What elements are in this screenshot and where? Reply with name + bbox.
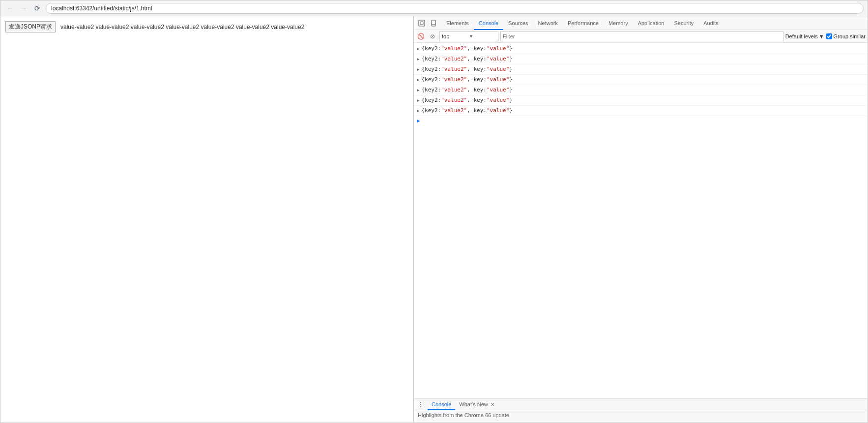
console-log-entry[interactable]: ▶ {key2: "value2" , key: "value" } [414,95,868,106]
default-levels-arrow: ▼ [819,33,824,39]
console-log-entry[interactable]: ▶ {key2: "value2" , key: "value" } [414,64,868,75]
tab-network[interactable]: Network [533,16,563,30]
console-log-entry[interactable]: ▶ {key2: "value2" , key: "value" } [414,54,868,64]
expand-arrow[interactable]: ▶ [417,86,419,94]
main-area: 发送JSONP请求 value-value2 value-value2 valu… [0,16,868,423]
page-top: 发送JSONP请求 value-value2 value-value2 valu… [5,21,408,32]
svg-rect-1 [420,22,423,25]
console-filter-button[interactable]: ⊘ [428,31,437,41]
tab-security[interactable]: Security [669,16,698,30]
console-log-entry[interactable]: ▶ {key2: "value2" , key: "value" } [414,106,868,116]
devtools-panel: Elements Console Sources Network Perform… [413,16,868,423]
page-content: 发送JSONP请求 value-value2 value-value2 valu… [0,16,413,423]
devtools-topbar: Elements Console Sources Network Perform… [414,16,868,30]
expand-arrow[interactable]: ▶ [417,55,419,63]
expand-arrow[interactable]: ▶ [417,65,419,73]
forward-button[interactable]: → [18,3,29,14]
reload-button[interactable]: ⟳ [32,3,43,14]
tab-sources[interactable]: Sources [503,16,533,30]
group-similar-label: Group similar [834,33,866,39]
drawer-tab-whatsnew[interactable]: What's New ✕ [455,398,498,410]
drawer-menu-button[interactable]: ⋮ [416,399,426,409]
address-bar[interactable] [46,3,864,14]
back-button[interactable]: ← [4,3,15,14]
context-arrow: ▼ [469,34,496,39]
default-levels-dropdown[interactable]: Default levels ▼ [785,33,824,39]
svg-rect-0 [419,20,425,26]
console-log-entry[interactable]: ▶ {key2: "value2" , key: "value" } [414,75,868,85]
devtools-drawer: ⋮ Console What's New ✕ Highlights from t… [414,398,868,423]
console-toolbar: 🚫 ⊘ top ▼ Default levels ▼ Group similar [414,30,868,43]
expand-arrow[interactable]: ▶ [417,96,419,104]
filter-input[interactable] [500,31,783,41]
tab-audits[interactable]: Audits [698,16,723,30]
console-clear-button[interactable]: 🚫 [416,31,426,41]
prompt-symbol: ▶ [417,118,420,124]
drawer-close-button[interactable]: ✕ [491,402,494,407]
devtools-inspect-button[interactable] [416,17,428,29]
drawer-tab-console[interactable]: Console [428,398,455,410]
svg-rect-2 [432,20,435,26]
browser-window: ← → ⟳ 发送JSONP请求 value-value2 value-value… [0,0,868,423]
group-similar-container: Group similar [826,33,866,39]
group-similar-checkbox[interactable] [826,33,832,39]
console-prompt[interactable]: ▶ [414,116,868,125]
console-log-entry[interactable]: ▶ {key2: "value2" , key: "value" } [414,44,868,54]
devtools-mobile-button[interactable] [428,17,439,29]
tab-application[interactable]: Application [633,16,669,30]
devtools-tabs: Elements Console Sources Network Perform… [439,16,723,30]
context-value: top [442,33,469,39]
tab-memory[interactable]: Memory [604,16,633,30]
tab-console[interactable]: Console [474,16,503,30]
tab-elements[interactable]: Elements [441,16,474,30]
console-output: ▶ {key2: "value2" , key: "value" } ▶ {ke… [414,43,868,398]
drawer-content: Highlights from the Chrome 66 update [414,410,868,420]
expand-arrow[interactable]: ▶ [417,76,419,84]
page-values: value-value2 value-value2 value-value2 v… [60,24,304,30]
console-log-entry[interactable]: ▶ {key2: "value2" , key: "value" } [414,85,868,95]
tab-performance[interactable]: Performance [563,16,604,30]
browser-toolbar: ← → ⟳ [0,0,868,16]
jsonp-button[interactable]: 发送JSONP请求 [5,21,56,32]
drawer-tabs: ⋮ Console What's New ✕ [414,398,868,410]
expand-arrow[interactable]: ▶ [417,45,419,53]
context-selector[interactable]: top ▼ [439,31,498,41]
expand-arrow[interactable]: ▶ [417,107,419,115]
